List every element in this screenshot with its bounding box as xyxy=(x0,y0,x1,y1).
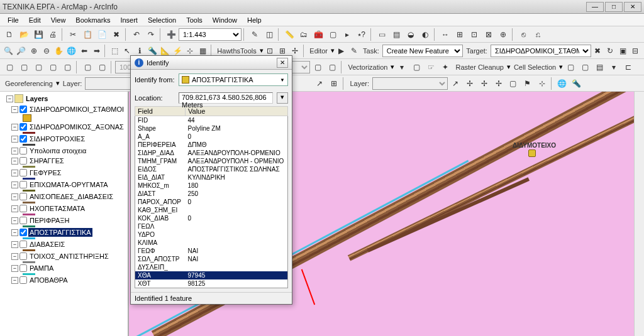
value-header[interactable]: Value xyxy=(186,107,288,116)
edit-tool-icon[interactable]: ▶ xyxy=(335,44,347,58)
prevext-icon[interactable]: ⬅ xyxy=(78,44,90,58)
help-icon[interactable]: ⭑? xyxy=(355,28,369,41)
expand-icon[interactable]: − xyxy=(11,148,18,154)
expand-icon[interactable]: − xyxy=(11,253,18,260)
layer-checkbox[interactable] xyxy=(19,264,27,272)
fixed-zoomin-icon[interactable]: ⊕ xyxy=(28,44,40,58)
menu-edit[interactable]: Edit xyxy=(24,15,46,25)
toc-item[interactable]: −ΑΠΟΒΑΘΡΑ xyxy=(1,275,126,285)
dropdown-arrow-icon[interactable]: ▼ xyxy=(280,77,285,83)
measure-icon[interactable]: 📏 xyxy=(282,28,296,41)
ed-a-icon[interactable]: ▭ xyxy=(375,28,389,41)
identify-row[interactable]: ΣΩΛ_ΑΠΟΣΤΡΝΑΙ xyxy=(135,255,288,263)
toc-item[interactable]: −ΤΟΙΧΟΣ_ΑΝΤΙΣΤΗΡΙΞΗΣ xyxy=(1,251,126,261)
layer-checkbox[interactable] xyxy=(19,181,27,188)
identify-row[interactable]: ΤΜΗΜ_ΓΡΑΜΑΛΕΞΑΝΔΡΟΥΠΟΛΗ - ΟΡΜΕΝΙΟ xyxy=(135,157,288,165)
layer-checkbox[interactable] xyxy=(19,106,27,113)
select-icon[interactable]: ⬚ xyxy=(109,44,121,58)
cs-b-icon[interactable]: ▢ xyxy=(578,60,592,74)
editor-menu[interactable]: Editor xyxy=(307,47,330,55)
cs-a-icon[interactable]: ▢ xyxy=(564,60,577,74)
identify-row[interactable]: ΔΙΑΣΤ250 xyxy=(135,190,288,198)
tr-b-icon[interactable]: ▢ xyxy=(17,60,31,74)
identify-row[interactable]: ΚΑΘ_ΣΗΜ_ΕΙ xyxy=(135,206,288,214)
identify-row[interactable]: ΚΛΙΜΑ xyxy=(135,239,288,247)
task-select[interactable]: Create New Feature xyxy=(382,45,464,57)
cell-selection-menu[interactable]: Cell Selection xyxy=(511,63,558,71)
layer-label[interactable]: ΣΗΡΑΓΓΕΣ xyxy=(28,156,65,165)
zoomin-icon[interactable]: 🔍 xyxy=(3,44,14,58)
toc-item[interactable]: −ΑΠΟΣΤΡΑΓΓΙΣΤΙΚΑ xyxy=(1,227,126,237)
georef-arrow-icon[interactable]: ▾ xyxy=(56,79,60,87)
undo-icon[interactable]: ↶ xyxy=(130,28,143,41)
tool-a-icon[interactable]: ✎ xyxy=(248,28,262,41)
globe-icon[interactable]: 🌐 xyxy=(555,77,569,90)
identify-from-select[interactable]: ΑΠΟΣΤΡΑΓΓΙΣΤΙΚΑ ▼ xyxy=(179,73,288,86)
identify-window[interactable]: i Identify ✕ Identify from: ΑΠΟΣΤΡΑΓΓΙΣΤ… xyxy=(130,55,292,305)
toc-item[interactable]: −Υπολοιπα στοιχεια xyxy=(1,146,126,156)
n-e-icon[interactable]: ▢ xyxy=(506,77,520,90)
split-icon[interactable]: ▣ xyxy=(617,44,629,58)
layer-label[interactable]: ΕΠΙΧΩΜΑΤΑ-ΟΡΥΓΜΑΤΑ xyxy=(28,180,109,189)
tr-g-icon[interactable]: ▢ xyxy=(95,60,109,74)
g-a-icon[interactable]: ↗ xyxy=(313,77,326,90)
add-data-icon[interactable]: ➕ xyxy=(164,28,178,41)
ed-c-icon[interactable]: ◒ xyxy=(404,28,418,41)
menu-tools[interactable]: Tools xyxy=(181,15,208,25)
menu-file[interactable]: File xyxy=(3,15,24,25)
sketch-icon[interactable]: ✎ xyxy=(348,44,360,58)
cs-arrow-icon[interactable]: ▾ xyxy=(559,63,563,71)
raster-cleanup-menu[interactable]: Raster Cleanup xyxy=(453,63,506,71)
map-scrollbar-v[interactable] xyxy=(634,92,644,336)
field-header[interactable]: Field xyxy=(135,107,186,116)
expand-icon[interactable]: − xyxy=(11,124,18,131)
layer-label[interactable]: ΔΙΑΒΑΣΕΙΣ xyxy=(28,240,66,249)
v-a-icon[interactable]: ▾ xyxy=(395,60,409,74)
identify-row[interactable]: ΜΗΚΟΣ_m180 xyxy=(135,182,288,190)
open-icon[interactable]: 📂 xyxy=(17,28,31,41)
layer-checkbox[interactable] xyxy=(19,205,27,212)
expand-icon[interactable]: − xyxy=(11,229,18,236)
redo-icon[interactable]: ↷ xyxy=(144,28,158,41)
merge-icon[interactable]: ⊟ xyxy=(630,44,641,58)
identify-table[interactable]: Field Value FID44ShapePolyline ZMA_A0ΠΕΡ… xyxy=(135,106,288,288)
nextext-icon[interactable]: ➡ xyxy=(91,44,103,58)
net-a-icon[interactable]: ⎋ xyxy=(516,28,530,41)
identify-row[interactable]: ΕΙΔ_ΔΙΑΤΚΥΛΙΝΔΡΙΚΗ xyxy=(135,173,288,182)
expand-icon[interactable]: − xyxy=(11,193,18,200)
identify-row[interactable]: ΠΑΡΟΧ_ΑΠΟΡ0 xyxy=(135,198,288,206)
zoomout-icon[interactable]: 🔎 xyxy=(15,44,27,58)
expand-icon[interactable]: − xyxy=(11,158,18,165)
expand-icon[interactable]: − xyxy=(11,205,18,212)
ed-b-icon[interactable]: ▤ xyxy=(389,28,403,41)
toc-item[interactable]: −ΣΙΔΗΡΟΔΡΟΜΙΚΟΙ_ΣΤΑΘΜΟΙ xyxy=(1,104,126,114)
new-doc-icon[interactable]: 🗋 xyxy=(3,28,16,41)
expand-icon[interactable]: − xyxy=(11,217,18,224)
tr-c-icon[interactable]: ▢ xyxy=(31,60,45,74)
cmd-icon[interactable]: ▢ xyxy=(326,28,340,41)
toc-item[interactable]: −ΓΕΦΥΡΕΣ xyxy=(1,168,126,178)
identify-close-button[interactable]: ✕ xyxy=(277,58,288,68)
tr-f-icon[interactable]: ▢ xyxy=(80,60,94,74)
n-f-icon[interactable]: ⚑ xyxy=(521,77,535,90)
expand-icon[interactable]: − xyxy=(11,182,18,188)
cs-d-icon[interactable]: ▾ xyxy=(607,60,621,74)
toc-item[interactable]: −ΗΧΟΠΕΤΑΣΜΑΤΑ xyxy=(1,203,126,214)
rot-icon[interactable]: ↻ xyxy=(604,44,616,58)
identify-row[interactable]: ΓΕΩΦΝΑΙ xyxy=(135,247,288,255)
identify-row[interactable]: XΘΤ98125 xyxy=(135,279,288,288)
expand-icon[interactable]: − xyxy=(6,95,13,102)
close-button[interactable]: ✕ xyxy=(624,2,641,12)
layer-checkbox[interactable] xyxy=(19,241,27,248)
station-marker-icon[interactable] xyxy=(528,149,536,157)
r-b-icon[interactable]: ▢ xyxy=(325,60,339,74)
menu-insert[interactable]: Insert xyxy=(115,15,143,25)
location-options-button[interactable]: ▾ xyxy=(277,92,288,104)
identify-row[interactable]: XΘΑ97945 xyxy=(135,271,288,279)
expand-icon[interactable]: − xyxy=(11,106,18,113)
vectorization-menu[interactable]: Vectorization xyxy=(345,63,390,71)
copy-icon[interactable]: 📋 xyxy=(80,28,94,41)
layer-checkbox[interactable] xyxy=(19,169,27,176)
identify-row[interactable]: ΣΙΔΗΡ_ΔΙΑΔΑΛΕΞΑΝΔΡΟΥΠΟΛΗ-ΟΡΜΕΝΙΟ xyxy=(135,149,288,157)
v-d-icon[interactable]: ✦ xyxy=(438,60,452,74)
